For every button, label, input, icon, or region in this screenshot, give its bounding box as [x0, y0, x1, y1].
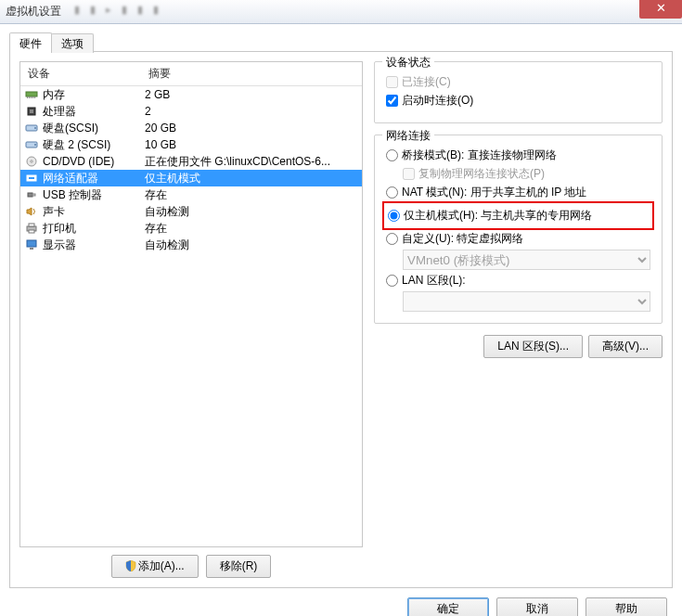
vmnet-select: VMnet0 (桥接模式) [403, 250, 650, 270]
blur-toolbar: ▮ ▮ ▸ ▮ ▮ ▮ [74, 4, 162, 16]
device-summary: 2 [145, 105, 358, 118]
replicate-state-input [403, 168, 415, 180]
radio-nat-input[interactable] [386, 186, 398, 199]
device-summary: 仅主机模式 [145, 171, 358, 186]
tab-options[interactable]: 选项 [51, 33, 94, 53]
hardware-row-memory[interactable]: 内存2 GB [20, 86, 362, 103]
radio-lan[interactable]: LAN 区段(L): [386, 273, 650, 289]
device-name: 网络适配器 [43, 171, 145, 186]
replicate-state-label: 复制物理网络连接状态(P) [418, 166, 545, 182]
printer-icon [24, 222, 39, 235]
network-connection-legend: 网络连接 [382, 128, 434, 144]
connect-on-power-label: 启动时连接(O) [402, 93, 473, 109]
hardware-row-disk[interactable]: 硬盘 2 (SCSI)10 GB [20, 136, 362, 153]
tab-hardware[interactable]: 硬件 [9, 32, 52, 52]
cd-icon [24, 155, 39, 168]
device-status-legend: 设备状态 [382, 55, 434, 71]
network-connection-group: 网络连接 桥接模式(B): 直接连接物理网络 复制物理网络连接状态(P) NAT… [374, 135, 663, 324]
disk-icon [24, 138, 39, 151]
device-summary: 存在 [145, 221, 358, 237]
hardware-row-cpu[interactable]: 处理器2 [20, 103, 362, 120]
device-name: 显示器 [43, 237, 145, 253]
device-summary: 存在 [145, 187, 358, 203]
window-title: 虚拟机设置 [6, 4, 61, 19]
radio-hostonly-input[interactable] [388, 210, 400, 222]
radio-lan-input[interactable] [386, 275, 398, 287]
device-name: 打印机 [43, 221, 145, 237]
device-summary: 2 GB [145, 88, 358, 101]
svg-rect-5 [34, 96, 35, 98]
hardware-row-sound[interactable]: 声卡自动检测 [20, 203, 362, 220]
sound-icon [24, 205, 39, 218]
cancel-button[interactable]: 取消 [496, 597, 578, 616]
hardware-row-printer[interactable]: 打印机存在 [20, 220, 362, 237]
header-summary: 摘要 [141, 62, 362, 85]
svg-rect-20 [29, 230, 34, 233]
device-name: CD/DVD (IDE) [43, 155, 145, 168]
close-button[interactable]: ✕ [639, 0, 682, 19]
device-name: 内存 [43, 87, 145, 103]
connect-on-power-checkbox[interactable]: 启动时连接(O) [386, 93, 650, 109]
radio-hostonly[interactable]: 仅主机模式(H): 与主机共享的专用网络 [388, 208, 649, 224]
lan-segments-button[interactable]: LAN 区段(S)... [483, 335, 583, 358]
hardware-row-cd[interactable]: CD/DVD (IDE)正在使用文件 G:\linuxCD\CentOS-6..… [20, 153, 362, 170]
hardware-row-usb[interactable]: USB 控制器存在 [20, 186, 362, 203]
disk-icon [24, 122, 39, 135]
svg-rect-7 [30, 109, 33, 113]
shield-icon [125, 560, 136, 571]
svg-rect-22 [30, 248, 33, 250]
hardware-row-display[interactable]: 显示器自动检测 [20, 237, 362, 253]
svg-rect-15 [29, 177, 34, 179]
svg-point-11 [34, 144, 36, 146]
device-name: 处理器 [43, 104, 145, 120]
svg-rect-0 [26, 92, 37, 96]
device-status-group: 设备状态 已连接(C) 启动时连接(O) [374, 61, 663, 123]
lan-segment-select [403, 291, 650, 312]
svg-rect-1 [27, 96, 28, 98]
svg-rect-2 [29, 96, 30, 98]
device-name: 声卡 [43, 204, 145, 220]
display-icon [24, 238, 39, 251]
device-name: 硬盘 2 (SCSI) [43, 137, 145, 153]
radio-bridged[interactable]: 桥接模式(B): 直接连接物理网络 [386, 148, 650, 163]
svg-point-13 [31, 160, 32, 162]
svg-rect-3 [31, 96, 32, 98]
device-summary: 正在使用文件 G:\linuxCD\CentOS-6... [145, 154, 358, 170]
hardware-list: 设备 摘要 内存2 GB处理器2硬盘(SCSI)20 GB硬盘 2 (SCSI)… [19, 61, 363, 547]
radio-bridged-input[interactable] [386, 149, 398, 161]
hardware-list-header: 设备 摘要 [20, 62, 362, 86]
remove-button[interactable]: 移除(R) [206, 555, 272, 578]
radio-lan-label: LAN 区段(L): [402, 273, 466, 289]
connected-label: 已连接(C) [402, 74, 451, 90]
replicate-state-checkbox: 复制物理网络连接状态(P) [403, 166, 650, 182]
connected-checkbox: 已连接(C) [386, 74, 650, 90]
radio-hostonly-label: 仅主机模式(H): 与主机共享的专用网络 [404, 208, 592, 224]
cpu-icon [24, 105, 39, 118]
device-summary: 20 GB [145, 122, 358, 135]
usb-icon [24, 188, 39, 201]
svg-rect-4 [32, 96, 33, 98]
hardware-row-disk[interactable]: 硬盘(SCSI)20 GB [20, 120, 362, 136]
connect-on-power-input[interactable] [386, 95, 398, 107]
advanced-button[interactable]: 高级(V)... [588, 335, 663, 358]
radio-bridged-label: 桥接模式(B): 直接连接物理网络 [402, 148, 557, 163]
highlight-hostonly: 仅主机模式(H): 与主机共享的专用网络 [382, 201, 654, 230]
radio-nat[interactable]: NAT 模式(N): 用于共享主机的 IP 地址 [386, 185, 650, 200]
ok-button[interactable]: 确定 [407, 597, 489, 616]
radio-custom-input[interactable] [386, 233, 398, 245]
device-summary: 自动检测 [145, 237, 358, 253]
titlebar: 虚拟机设置 ▮ ▮ ▸ ▮ ▮ ▮ ✕ [0, 0, 682, 24]
add-button-label: 添加(A)... [138, 559, 185, 572]
svg-rect-21 [27, 240, 36, 247]
radio-nat-label: NAT 模式(N): 用于共享主机的 IP 地址 [402, 185, 586, 200]
connected-checkbox-input [386, 76, 398, 88]
svg-rect-17 [32, 194, 35, 196]
radio-custom[interactable]: 自定义(U): 特定虚拟网络 [386, 231, 650, 247]
hardware-row-net[interactable]: 网络适配器仅主机模式 [20, 170, 362, 186]
svg-rect-19 [29, 224, 34, 226]
add-button[interactable]: 添加(A)... [111, 555, 199, 578]
svg-point-9 [34, 127, 36, 129]
svg-rect-16 [28, 193, 32, 197]
header-device: 设备 [20, 62, 141, 85]
help-button[interactable]: 帮助 [585, 597, 667, 616]
